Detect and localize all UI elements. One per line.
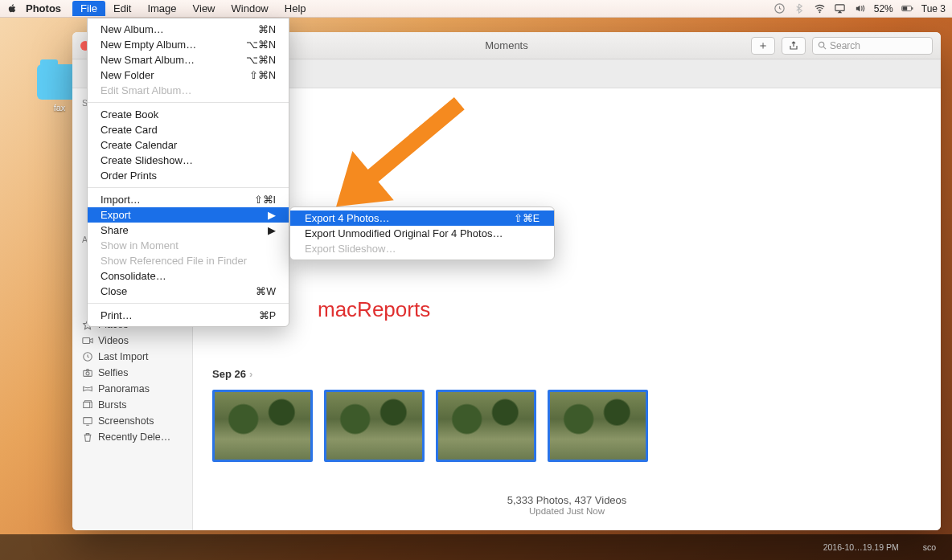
menu-image[interactable]: Image [139, 1, 184, 16]
volume-icon[interactable] [854, 2, 866, 14]
sidebar-item[interactable]: Videos [72, 333, 192, 349]
menu-separator [88, 303, 289, 304]
file-menu-item[interactable]: New Empty Album…⌥⌘N [88, 37, 289, 52]
library-footer: 5,333 Photos, 437 Videos Updated Just No… [193, 494, 941, 516]
menu-item-label: Export Unmodified Original For 4 Photos… [305, 227, 503, 239]
library-counts: 5,333 Photos, 437 Videos [193, 494, 941, 506]
file-menu-item[interactable]: Export▶ [88, 207, 289, 223]
file-menu-item[interactable]: Print…⌘P [88, 308, 289, 323]
menu-separator [88, 187, 289, 188]
file-menu-item[interactable]: Order Prints [88, 168, 289, 183]
svg-rect-4 [902, 6, 907, 10]
apple-logo-icon [6, 3, 18, 14]
date-header[interactable]: Sep 26 › [212, 368, 921, 380]
dock-label: sco [923, 542, 936, 552]
shortcut-label: ⌥⌘N [246, 54, 276, 66]
file-menu-item[interactable]: Create Book [88, 107, 289, 122]
file-menu-item[interactable]: Consolidate… [88, 268, 289, 284]
file-menu-item[interactable]: New Album…⌘N [88, 22, 289, 37]
file-menu-item[interactable]: Create Slideshow… [88, 153, 289, 168]
file-menu-item[interactable]: New Folder⇧⌘N [88, 67, 289, 83]
submenu-arrow-icon: ▶ [268, 224, 276, 236]
dock-label: 2016-10…19.19 PM [823, 542, 899, 552]
menu-item-label: Order Prints [101, 170, 157, 182]
menu-item-label: Create Calendar [101, 139, 177, 151]
menu-file[interactable]: File [72, 1, 105, 16]
sidebar-item[interactable]: Selfies [72, 365, 192, 381]
file-menu-item: Edit Smart Album… [88, 83, 289, 98]
sidebar-item[interactable]: Bursts [72, 397, 192, 413]
file-menu-item[interactable]: Create Calendar [88, 137, 289, 153]
battery-icon[interactable] [901, 2, 913, 14]
file-menu-item[interactable]: Share▶ [88, 223, 289, 238]
menu-item-label: Show in Moment [101, 239, 178, 251]
menu-item-label: Create Slideshow… [101, 154, 193, 166]
menu-item-label: Close [101, 285, 127, 297]
svg-rect-7 [83, 338, 90, 344]
menu-item-label: New Folder [101, 69, 154, 81]
menu-item-label: Export [101, 209, 131, 221]
sidebar-item-label: Panoramas [98, 383, 150, 394]
sidebar-item-label: Screenshots [98, 415, 154, 427]
menu-edit[interactable]: Edit [105, 1, 139, 16]
menu-view[interactable]: View [185, 1, 224, 16]
menu-item-label: Consolidate… [101, 270, 166, 282]
watermark-text: macReports [318, 297, 430, 322]
shortcut-label: ⌘W [256, 285, 276, 297]
sidebar-item[interactable]: Panoramas [72, 381, 192, 397]
menu-item-label: Create Book [101, 108, 158, 121]
menu-separator [88, 102, 289, 103]
sidebar-item-label: Bursts [98, 399, 126, 411]
sidebar-item[interactable]: Screenshots [72, 413, 192, 429]
file-menu-item[interactable]: Import…⇧⌘I [88, 192, 289, 207]
photo-thumbnail[interactable] [324, 390, 425, 462]
shortcut-label: ⌥⌘N [246, 39, 276, 51]
thumbnail-row [212, 390, 921, 462]
menu-item-label: Show Referenced File in Finder [101, 255, 247, 267]
submenu-arrow-icon: ▶ [268, 209, 276, 221]
timemachine-icon[interactable] [774, 2, 786, 14]
svg-rect-12 [84, 418, 92, 424]
svg-rect-11 [84, 403, 90, 408]
file-menu-item[interactable]: Create Card [88, 122, 289, 137]
status-area: 52% Tue 3 [774, 2, 946, 14]
menu-item-label: Print… [101, 309, 133, 321]
app-name[interactable]: Photos [26, 2, 61, 14]
export-submenu-item[interactable]: Export Unmodified Original For 4 Photos… [290, 226, 554, 241]
svg-point-1 [819, 11, 820, 13]
file-menu-item: Show in Moment [88, 238, 289, 253]
sidebar-item-label: Recently Dele… [98, 431, 170, 443]
menu-item-label: Edit Smart Album… [101, 84, 191, 96]
annotation-arrow-icon [298, 64, 523, 225]
sidebar-item[interactable]: Recently Dele… [72, 429, 192, 445]
menu-window[interactable]: Window [224, 1, 277, 16]
chevron-right-icon: › [249, 368, 252, 380]
sidebar-item-label: Last Import [98, 351, 149, 362]
shortcut-label: ⌘N [258, 23, 276, 35]
file-menu-item[interactable]: New Smart Album…⌥⌘N [88, 52, 289, 67]
system-menubar: Photos File Edit Image View Window Help … [0, 0, 952, 18]
svg-point-10 [86, 372, 89, 375]
file-menu-dropdown: New Album…⌘NNew Empty Album…⌥⌘NNew Smart… [87, 18, 289, 327]
wifi-icon[interactable] [814, 2, 826, 14]
menu-item-label: Create Card [101, 124, 158, 136]
menu-item-label: Share [101, 224, 129, 236]
battery-percent: 52% [874, 3, 893, 14]
photo-thumbnail[interactable] [548, 390, 648, 462]
file-menu-item: Show Referenced File in Finder [88, 253, 289, 268]
shortcut-label: ⌘P [259, 309, 276, 321]
menu-item-label: Import… [101, 194, 141, 206]
photo-thumbnail[interactable] [212, 390, 313, 462]
bluetooth-icon[interactable] [794, 2, 806, 14]
clock[interactable]: Tue 3 [921, 3, 946, 14]
export-submenu-item: Export Slideshow… [290, 241, 554, 256]
menu-item-label: Export Slideshow… [305, 243, 396, 255]
sidebar-item[interactable]: Last Import [72, 349, 192, 365]
sidebar-item-label: Videos [98, 335, 129, 346]
menu-help[interactable]: Help [277, 1, 314, 16]
file-menu-item[interactable]: Close⌘W [88, 284, 289, 299]
shortcut-label: ⇧⌘I [254, 194, 276, 206]
airplay-icon[interactable] [834, 2, 846, 14]
photo-thumbnail[interactable] [436, 390, 536, 462]
menu-item-label: New Album… [101, 23, 164, 35]
